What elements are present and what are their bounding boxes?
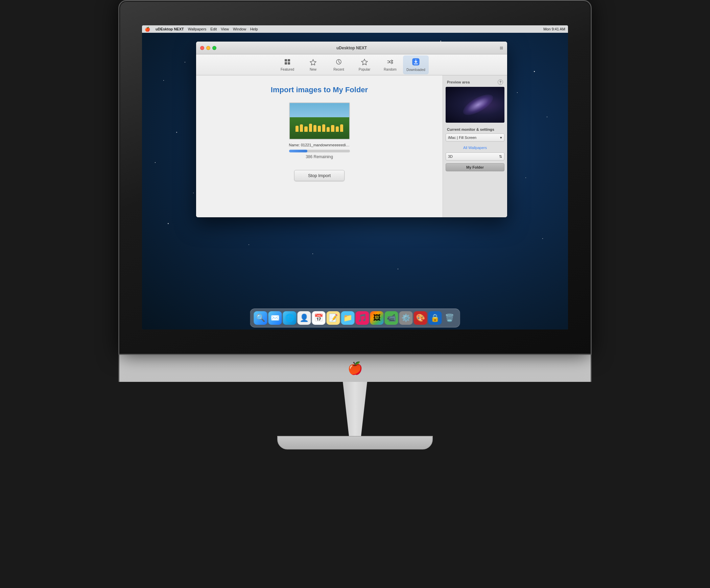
stop-import-button[interactable]: Stop Import (294, 170, 345, 181)
dock-icon-settings[interactable]: ⚙️ (399, 311, 413, 325)
app-window: uDesktop NEXT ⊠ (196, 42, 507, 217)
maximize-button[interactable] (212, 46, 216, 50)
new-icon (310, 58, 316, 67)
dock-icon-photos[interactable]: 🖼 (370, 311, 384, 325)
menubar-view[interactable]: View (221, 27, 229, 31)
apple-menu[interactable]: 🍎 (145, 27, 150, 32)
import-title: Import images to My Folder (271, 85, 368, 94)
window-control[interactable]: ⊠ (500, 46, 503, 50)
random-icon (387, 58, 394, 67)
imac-chin: 🍎 (118, 355, 592, 382)
screen: 🍎 uDEsktop NEXT Wallpapers Edit View Win… (142, 25, 568, 329)
category-chevron-icon: ⇅ (499, 154, 502, 159)
preview-area-label: Preview area (447, 80, 470, 84)
dock-icon-music[interactable]: 🎵 (356, 311, 369, 325)
progress-bar (289, 150, 350, 152)
dock-icon-finder2[interactable]: 📁 (341, 311, 355, 325)
traffic-lights (200, 46, 216, 50)
menubar-window[interactable]: Window (233, 27, 246, 31)
menubar-app-name[interactable]: uDEsktop NEXT (156, 27, 184, 31)
menubar-wallpapers[interactable]: Wallpapers (188, 27, 207, 31)
svg-rect-3 (288, 62, 290, 65)
imac-stand-base (277, 436, 433, 449)
monitor-chevron-icon: ▾ (500, 136, 502, 140)
close-button[interactable] (200, 46, 204, 50)
my-folder-button[interactable]: My Folder (446, 163, 504, 171)
screen-bezel: 🍎 uDEsktop NEXT Wallpapers Edit View Win… (118, 0, 592, 355)
dock-icon-finder[interactable]: 🔍 (254, 311, 267, 325)
featured-label: Featured (281, 68, 294, 71)
downloaded-label: Downloaded (406, 68, 425, 72)
svg-rect-0 (285, 59, 287, 62)
sidebar: Preview area ? Current monitor & setting… (443, 75, 507, 217)
titlebar: uDesktop NEXT ⊠ (196, 42, 507, 54)
downloaded-icon (412, 58, 420, 67)
dock-icon-app2[interactable]: 🔒 (428, 311, 442, 325)
tab-recent[interactable]: Recent (326, 55, 352, 74)
imac-wrapper: 🍎 uDEsktop NEXT Wallpapers Edit View Win… (118, 0, 592, 588)
dock-icon-trash[interactable]: 🗑️ (443, 311, 456, 325)
recent-label: Recent (333, 68, 344, 71)
popular-icon (361, 58, 368, 67)
dock-icon-contacts[interactable]: 👤 (298, 311, 311, 325)
import-thumbnail (289, 102, 350, 140)
tab-featured[interactable]: Featured (275, 55, 300, 74)
popular-label: Popular (359, 68, 370, 71)
tab-new[interactable]: New (300, 55, 326, 74)
toolbar: Featured New (196, 54, 507, 75)
preview-image (446, 87, 504, 123)
window-title: uDesktop NEXT (336, 46, 367, 50)
category-select[interactable]: 3D ⇅ (446, 152, 504, 161)
random-label: Random (384, 68, 397, 71)
all-wallpapers-link[interactable]: All Wallpapers (446, 146, 504, 150)
monitor-value: iMac | Fill Screen (448, 136, 476, 140)
featured-icon (284, 58, 291, 67)
dock-icon-facetime[interactable]: 📹 (385, 311, 398, 325)
menubar: 🍎 uDEsktop NEXT Wallpapers Edit View Win… (142, 25, 568, 33)
dock-icon-safari[interactable]: 🌐 (283, 311, 297, 325)
remaining-text: 386 Remaining (306, 154, 333, 159)
tab-random[interactable]: Random (377, 55, 403, 74)
import-area: Import images to My Folder (196, 75, 443, 217)
monitor-select[interactable]: iMac | Fill Screen ▾ (446, 133, 504, 142)
main-content: Import images to My Folder (196, 75, 507, 217)
menubar-help[interactable]: Help (250, 27, 258, 31)
help-button[interactable]: ? (498, 79, 503, 85)
tab-popular[interactable]: Popular (352, 55, 377, 74)
dock-icon-calendar[interactable]: 📅 (312, 311, 326, 325)
progress-bar-fill (289, 150, 307, 152)
menubar-edit[interactable]: Edit (210, 27, 217, 31)
svg-rect-2 (285, 62, 287, 65)
tab-downloaded[interactable]: Downloaded (403, 55, 429, 74)
menubar-time: Mon 9:41 AM (543, 27, 565, 31)
settings-label: Current monitor & settings (446, 127, 504, 132)
dock-icon-mail[interactable]: ✉️ (268, 311, 282, 325)
recent-icon (335, 58, 342, 67)
imac-stand-neck (335, 382, 375, 436)
category-value: 3D (448, 154, 453, 158)
preview-label-row: Preview area ? (446, 79, 504, 85)
minimize-button[interactable] (206, 46, 210, 50)
dock-icon-notes[interactable]: 📝 (327, 311, 340, 325)
apple-logo: 🍎 (348, 361, 363, 375)
import-filename: Name: 01221_mandownmeeeeedic_25... (289, 143, 350, 147)
dock: 🔍 ✉️ 🌐 👤 📅 📝 📁 (250, 309, 460, 327)
dock-icon-app1[interactable]: 🎨 (414, 311, 427, 325)
new-label: New (310, 68, 316, 71)
flower-preview (295, 121, 343, 132)
svg-rect-1 (288, 59, 290, 62)
